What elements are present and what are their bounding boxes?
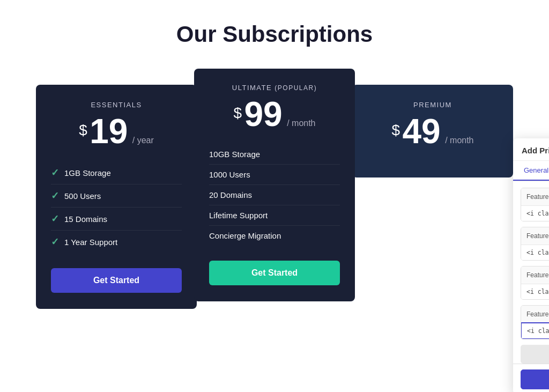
price-period-ultimate: / month <box>287 119 315 128</box>
card-premium: PREMIUM $ 49 / month <box>352 85 513 177</box>
cards-wrapper: ESSENTIALS $ 19 / year ✓ 1GB Storage ✓ 5… <box>36 69 513 309</box>
add-pricing-box-panel: Add Pricing Box — General Button Style F… <box>513 138 549 392</box>
feature-2-input[interactable] <box>521 245 549 260</box>
panel-header: Add Pricing Box — <box>513 138 549 161</box>
check-icon: ✓ <box>51 236 59 248</box>
panel-body: Feature 1 ⠿ ⧉ ✕ Feature 2 ⠿ ⧉ ✕ <box>513 181 549 364</box>
card-ultimate-price: $ 99 / month <box>209 97 340 131</box>
price-period-essentials: / year <box>132 136 154 145</box>
card-essentials: ESSENTIALS $ 19 / year ✓ 1GB Storage ✓ 5… <box>36 85 197 309</box>
panel-tabs: General Button Style <box>513 161 549 181</box>
feature-4-label: Feature 4 <box>526 310 549 318</box>
feature-4-input[interactable] <box>521 322 549 339</box>
list-item: Lifetime Support <box>209 205 340 226</box>
panel-title: Add Pricing Box <box>522 146 549 155</box>
feature-item-4: Feature 4 ⠿ ⧉ ✕ <box>521 305 549 339</box>
get-started-essentials-button[interactable]: Get Started <box>51 268 182 293</box>
dollar-sign-premium: $ <box>391 122 400 139</box>
list-item: Concierge Migration <box>209 226 340 246</box>
list-item: ✓ 15 Domains <box>51 208 182 231</box>
page-title: Our Subscriptions <box>176 21 373 47</box>
card-ultimate: ULTIMATE (Popular) $ 99 / month 10GB Sto… <box>194 69 355 301</box>
check-icon: ✓ <box>51 167 59 179</box>
card-premium-price: $ 49 / month <box>367 114 498 149</box>
list-item: ✓ 1GB Storage <box>51 161 182 184</box>
save-button[interactable]: Save <box>521 369 549 389</box>
feature-1-input[interactable] <box>521 205 549 221</box>
feature-list-essentials: ✓ 1GB Storage ✓ 500 Users ✓ 15 Domains ✓… <box>51 161 182 253</box>
feature-1-label: Feature 1 <box>526 193 549 201</box>
list-item: 1000 Users <box>209 165 340 185</box>
feature-item-header-2: Feature 2 ⠿ ⧉ ✕ <box>521 227 549 245</box>
feature-3-label: Feature 3 <box>526 271 549 279</box>
panel-footer: Save Cancel <box>513 364 549 392</box>
feature-item-1: Feature 1 ⠿ ⧉ ✕ <box>521 188 549 221</box>
check-icon: ✓ <box>51 190 59 202</box>
price-period-premium: / month <box>445 136 473 145</box>
list-item: ✓ 1 Year Support <box>51 231 182 253</box>
feature-item-3: Feature 3 ⠿ ⧉ ✕ <box>521 266 549 300</box>
check-icon: ✓ <box>51 213 59 225</box>
feature-item-header-1: Feature 1 ⠿ ⧉ ✕ <box>521 188 549 205</box>
card-premium-name: PREMIUM <box>367 101 498 109</box>
dollar-sign-ultimate: $ <box>233 105 242 122</box>
feature-3-input[interactable] <box>521 284 549 299</box>
dollar-sign-essentials: $ <box>79 122 87 139</box>
feature-item-header-4: Feature 4 ⠿ ⧉ ✕ <box>521 306 549 323</box>
price-amount-premium: 49 <box>403 112 441 151</box>
feature-item-2: Feature 2 ⠿ ⧉ ✕ <box>521 227 549 261</box>
list-item: 20 Domains <box>209 185 340 205</box>
card-ultimate-name: ULTIMATE (Popular) <box>209 84 340 92</box>
add-feature-button[interactable]: Add Feature <box>521 345 549 364</box>
card-essentials-name: ESSENTIALS <box>51 101 182 109</box>
price-amount-ultimate: 99 <box>244 95 283 134</box>
popular-tag: (Popular) <box>274 84 317 92</box>
get-started-ultimate-button[interactable]: Get Started <box>209 261 340 285</box>
feature-list-ultimate: 10GB Storage 1000 Users 20 Domains Lifet… <box>209 144 340 246</box>
tab-general[interactable]: General <box>513 161 549 181</box>
feature-item-header-3: Feature 3 ⠿ ⧉ ✕ <box>521 267 549 284</box>
list-item: ✓ 500 Users <box>51 184 182 208</box>
list-item: 10GB Storage <box>209 144 340 165</box>
price-amount-essentials: 19 <box>90 112 128 151</box>
feature-2-label: Feature 2 <box>526 232 549 240</box>
card-essentials-price: $ 19 / year <box>51 114 182 149</box>
